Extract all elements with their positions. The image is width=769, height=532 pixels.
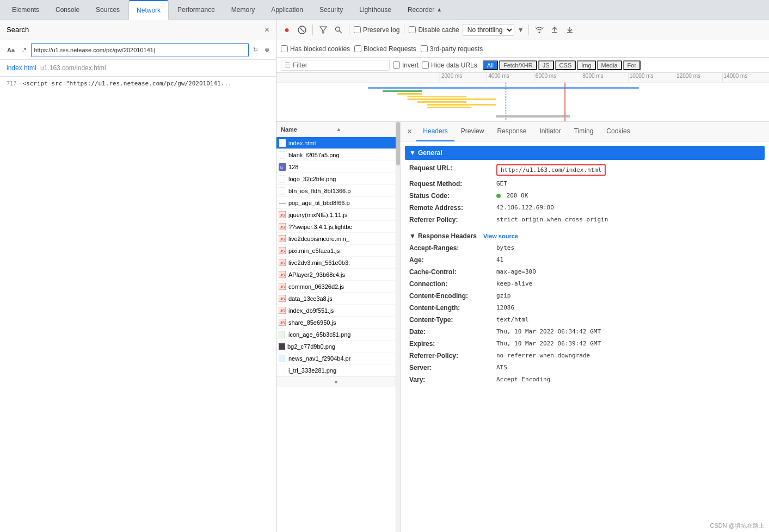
record-button[interactable]: ● xyxy=(281,24,293,36)
network-row-i-tri[interactable]: i_tri_333e281.png xyxy=(276,364,396,376)
search-result-item[interactable]: index.html u1.163.com/index.html xyxy=(0,60,276,77)
clear-log-button[interactable] xyxy=(296,24,308,36)
network-row-pixi[interactable]: JS pixi.min_e5faea1.js xyxy=(276,245,396,257)
tab-performance[interactable]: Performance xyxy=(170,0,223,20)
detail-tab-cookies[interactable]: Cookies xyxy=(600,122,636,141)
response-headers-section: ▼ Response Headers View source Accept-Ra… xyxy=(405,230,765,386)
has-blocked-cookies-checkbox[interactable] xyxy=(281,45,288,52)
detail-tab-preview[interactable]: Preview xyxy=(454,122,491,141)
response-referrer-policy: Referrer-Policy: no-referrer-when-downgr… xyxy=(405,350,765,362)
network-row-live2d[interactable]: JS live2dcubismcore.min_ xyxy=(276,233,396,245)
network-row-icon-age[interactable]: icon_age_65b3c81.png xyxy=(276,329,396,341)
network-row-data[interactable]: JS data_13ce3a8.js xyxy=(276,293,396,305)
filter-type-media[interactable]: Media xyxy=(597,60,622,70)
devtools-tabs: Elements Console Sources Network Perform… xyxy=(0,0,769,20)
referrer-policy-value: strict-origin-when-cross-origin xyxy=(496,216,608,223)
invert-checkbox[interactable] xyxy=(393,61,400,69)
filter-type-all[interactable]: All xyxy=(483,60,498,70)
csdn-watermark: CSDN @填坑在路上 xyxy=(710,522,765,530)
disable-cache-toggle[interactable]: Disable cache xyxy=(409,26,459,34)
network-row-swiper[interactable]: JS ??swiper.3.4.1.js,lightbc xyxy=(276,221,396,233)
network-row-common[interactable]: JS common_06326d2.js xyxy=(276,281,396,293)
search-close-button[interactable]: × xyxy=(264,25,269,35)
general-section-header[interactable]: ▼ General xyxy=(405,146,765,160)
file-name-pop-age: pop_age_tit_bbd8f66.p xyxy=(288,200,393,206)
scrollbar-thumb[interactable] xyxy=(396,122,400,165)
upload-icon[interactable] xyxy=(549,24,561,36)
blocked-requests-checkbox[interactable] xyxy=(354,45,361,52)
server-label: Server: xyxy=(409,364,496,372)
clear-button[interactable]: ⊗ xyxy=(262,45,272,54)
view-source-link[interactable]: View source xyxy=(483,233,518,239)
regex-toggle[interactable]: .* xyxy=(20,45,29,55)
throttling-select[interactable]: No throttling Fast 3G Slow 3G Offline xyxy=(463,24,514,36)
search-network-button[interactable] xyxy=(333,24,344,36)
response-headers-header[interactable]: ▼ Response Headers View source xyxy=(405,230,765,242)
tab-sources[interactable]: Sources xyxy=(88,0,127,20)
filter-bar: Has blocked cookies Blocked Requests 3rd… xyxy=(276,40,769,58)
detail-tab-response[interactable]: Response xyxy=(490,122,533,141)
filter-type-img[interactable]: Img xyxy=(577,60,595,70)
search-input[interactable] xyxy=(34,47,246,53)
hide-data-checkbox[interactable] xyxy=(422,61,429,69)
search-code-snippet[interactable]: 717 <script src="https://u1.res.netease.… xyxy=(0,77,276,90)
network-row-index-html[interactable]: index.html xyxy=(276,137,396,149)
search-title: Search xyxy=(7,26,29,34)
tab-network[interactable]: Network xyxy=(128,0,169,20)
blocked-requests-toggle[interactable]: Blocked Requests xyxy=(354,45,416,53)
filter-type-js[interactable]: JS xyxy=(538,60,554,70)
network-row-128[interactable]: N 128 xyxy=(276,161,396,173)
js-index-icon: JS xyxy=(279,307,286,314)
list-scrollbar[interactable] xyxy=(396,122,401,532)
tab-elements[interactable]: Elements xyxy=(4,0,47,20)
filter-type-font[interactable]: For xyxy=(623,60,641,70)
tab-lighthouse[interactable]: Lighthouse xyxy=(352,0,399,20)
preserve-log-checkbox[interactable] xyxy=(354,26,361,33)
tab-security[interactable]: Security xyxy=(312,0,350,20)
network-row-blank-png[interactable]: blank_f2057a5.png xyxy=(276,149,396,161)
case-sensitive-toggle[interactable]: Aa xyxy=(4,45,17,55)
network-row-live2dv3[interactable]: JS live2dv3.min_561e0b3. xyxy=(276,257,396,269)
resp-referrer-policy-value: no-referrer-when-downgrade xyxy=(496,352,590,359)
third-party-checkbox[interactable] xyxy=(421,45,428,52)
detail-tabs: × Headers Preview Response Initiator Tim… xyxy=(401,122,769,141)
network-row-news-nav[interactable]: news_nav1_f2904b4.pr xyxy=(276,352,396,364)
filter-type-css[interactable]: CSS xyxy=(555,60,576,70)
remote-address-value: 42.186.122.69:80 xyxy=(496,204,554,211)
tick-4000: 4000 ms xyxy=(487,73,533,82)
network-row-pop-age[interactable]: — pop_age_tit_bbd8f66.p xyxy=(276,197,396,209)
svg-rect-16 xyxy=(427,107,471,108)
preserve-log-toggle[interactable]: Preserve log xyxy=(354,26,399,34)
line-number: 717 xyxy=(7,80,16,86)
filter-button[interactable] xyxy=(317,24,329,36)
third-party-toggle[interactable]: 3rd-party requests xyxy=(421,45,483,53)
filter-input[interactable] xyxy=(293,61,386,69)
detail-close-button[interactable]: × xyxy=(403,126,416,138)
download-icon[interactable] xyxy=(564,24,576,36)
tab-memory[interactable]: Memory xyxy=(224,0,262,20)
network-row-jquery[interactable]: JS jquery(mixNIE).1.11.js xyxy=(276,209,396,221)
response-age: Age: 41 xyxy=(405,254,765,266)
response-connection: Connection: keep-alive xyxy=(405,278,765,290)
detail-tab-timing[interactable]: Timing xyxy=(568,122,600,141)
tab-application[interactable]: Application xyxy=(263,0,311,20)
tab-console[interactable]: Console xyxy=(48,0,87,20)
detail-tab-initiator[interactable]: Initiator xyxy=(533,122,567,141)
has-blocked-cookies-toggle[interactable]: Has blocked cookies xyxy=(281,45,350,53)
invert-toggle[interactable]: Invert xyxy=(393,61,419,69)
filter-type-xhr[interactable]: Fetch/XHR xyxy=(499,60,537,70)
hide-data-toggle[interactable]: Hide data URLs xyxy=(422,61,477,69)
tab-recorder[interactable]: Recorder ▲ xyxy=(400,0,450,20)
detail-tab-headers[interactable]: Headers xyxy=(416,122,454,141)
network-row-share[interactable]: JS share_85e6950.js xyxy=(276,317,396,329)
network-row-bg2[interactable]: bg2_c77d9b0.png xyxy=(276,341,396,352)
network-row-index-js[interactable]: JS index_db9f551.js xyxy=(276,305,396,317)
network-row-logo-png[interactable]: logo_32c2bfe.png xyxy=(276,173,396,185)
refresh-button[interactable]: ↻ xyxy=(251,45,260,54)
file-name-data: data_13ce3a8.js xyxy=(288,295,393,302)
response-content-encoding: Content-Encoding: gzip xyxy=(405,290,765,302)
network-row-aplayer[interactable]: JS APlayer2_93b68c4.js xyxy=(276,269,396,281)
disable-cache-checkbox[interactable] xyxy=(409,26,416,33)
svg-text:JS: JS xyxy=(280,296,285,301)
network-row-btn-ios[interactable]: btn_ios_fldh_8bf1366.p xyxy=(276,185,396,197)
